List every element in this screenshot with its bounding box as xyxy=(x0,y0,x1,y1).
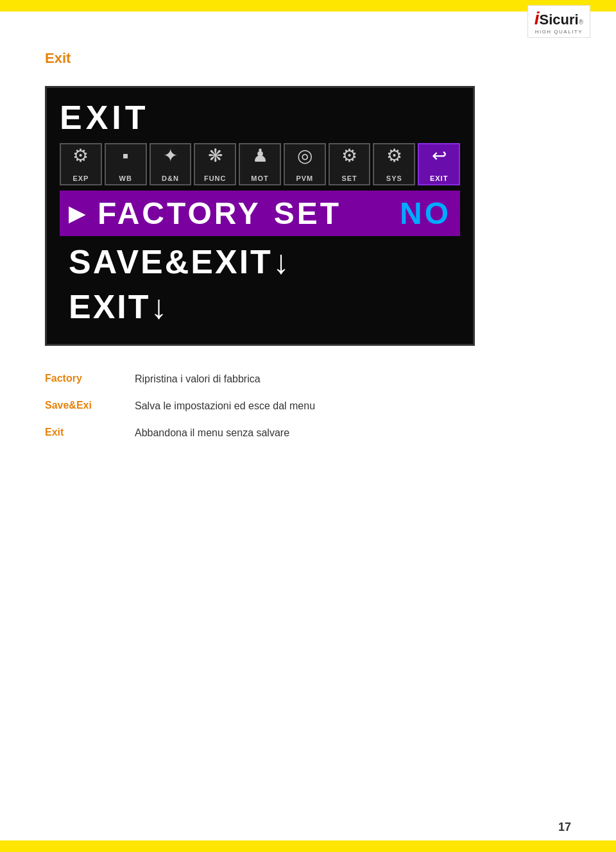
saveexi-term: Save&Exi xyxy=(45,398,135,411)
factory-term: Factory xyxy=(45,371,135,384)
mot-icon: ♟ xyxy=(252,147,268,165)
exit-term: Exit xyxy=(45,425,135,438)
factory-text: FACTORY xyxy=(98,196,261,231)
exp-icon: ⚙ xyxy=(73,147,89,165)
logo-name: Sicuri xyxy=(539,13,578,27)
factory-arrow-icon: ▶ xyxy=(69,201,85,226)
exit-menu-text: EXIT↓ xyxy=(69,287,169,326)
wb-icon: ▪ xyxy=(123,147,129,165)
exp-label: EXP xyxy=(73,175,89,182)
set-label: SET xyxy=(341,175,357,182)
save-exit-row: SAVE&EXIT↓ xyxy=(60,239,460,285)
logo-i-icon: i xyxy=(535,10,540,28)
func-icon: ❋ xyxy=(208,147,223,165)
save-exit-text: SAVE&EXIT↓ xyxy=(69,243,291,281)
top-bar xyxy=(0,0,616,12)
desc-saveexi: Save&Exi Salva le impostazioni ed esce d… xyxy=(45,398,571,414)
logo-registered: ® xyxy=(579,19,583,26)
icon-func: ❋ FUNC xyxy=(194,143,236,185)
descriptions: Factory Ripristina i valori di fabbrica … xyxy=(45,371,571,441)
page-number: 17 xyxy=(558,821,571,834)
saveexi-definition: Salva le impostazioni ed esce dal menu xyxy=(135,398,315,414)
desc-factory: Factory Ripristina i valori di fabbrica xyxy=(45,371,571,387)
icon-wb: ▪ WB xyxy=(105,143,147,185)
sys-label: SYS xyxy=(386,175,402,182)
page-content: Exit EXIT ⚙ EXP ▪ WB ✦ D&N ❋ FU xyxy=(0,12,616,478)
logo-brand: i Sicuri ® xyxy=(535,10,583,28)
factory-set-text: SET xyxy=(274,196,341,231)
icon-sys: ⚙ SYS xyxy=(373,143,415,185)
icon-exit: ↩ EXIT xyxy=(418,143,460,185)
pvm-icon: ◎ xyxy=(297,147,312,165)
icon-dn: ✦ D&N xyxy=(150,143,192,185)
exit-menu-row: EXIT↓ xyxy=(60,285,460,328)
icon-mot: ♟ MOT xyxy=(239,143,281,185)
desc-exit: Exit Abbandona il menu senza salvare xyxy=(45,425,571,441)
icon-exp: ⚙ EXP xyxy=(60,143,102,185)
logo: i Sicuri ® High Quality xyxy=(527,5,590,38)
wb-label: WB xyxy=(119,175,132,182)
exit-label: EXIT xyxy=(430,175,448,182)
page-title: Exit xyxy=(45,50,571,67)
pvm-label: PVM xyxy=(296,175,313,182)
factory-definition: Ripristina i valori di fabbrica xyxy=(135,371,261,387)
logo-tagline: High Quality xyxy=(535,29,583,35)
func-label: FUNC xyxy=(204,175,227,182)
icon-pvm: ◎ PVM xyxy=(284,143,326,185)
factory-value-text: NO xyxy=(400,196,451,231)
dn-label: D&N xyxy=(162,175,179,182)
icon-row: ⚙ EXP ▪ WB ✦ D&N ❋ FUNC ♟ MOT xyxy=(60,143,460,185)
factory-row: ▶ FACTORY SET NO xyxy=(60,191,460,236)
mot-label: MOT xyxy=(251,175,268,182)
screen-title: EXIT xyxy=(60,98,460,137)
dn-icon: ✦ xyxy=(163,147,178,165)
exit-definition: Abbandona il menu senza salvare xyxy=(135,425,289,441)
camera-screen: EXIT ⚙ EXP ▪ WB ✦ D&N ❋ FUNC xyxy=(45,86,475,346)
exit-icon: ↩ xyxy=(432,147,447,165)
set-icon: ⚙ xyxy=(341,147,357,165)
bottom-bar xyxy=(0,840,616,852)
icon-set: ⚙ SET xyxy=(329,143,371,185)
sys-icon: ⚙ xyxy=(386,147,402,165)
